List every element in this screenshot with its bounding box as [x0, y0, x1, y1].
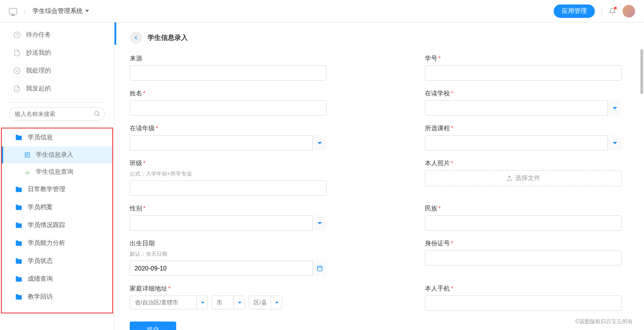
select-arrow-icon: [233, 296, 245, 309]
page-title: 学生信息录入: [148, 34, 188, 42]
sidebar-folder-status[interactable]: 学员状态: [2, 252, 112, 270]
sidebar-item-label: 我发起的: [26, 85, 51, 93]
select-arrow-icon[interactable]: [312, 215, 326, 231]
folder-label: 学员能力分析: [28, 239, 65, 247]
content: 学生信息录入 来源 学号* 姓名* 在读学校*: [116, 22, 644, 330]
folder-icon: [15, 240, 22, 247]
field-label: 姓名*: [130, 90, 326, 98]
sidebar-item-initiated[interactable]: 我发起的: [0, 80, 114, 98]
city-select[interactable]: [212, 296, 245, 309]
field-label: 学号*: [425, 55, 622, 63]
field-label: 在读年级*: [130, 124, 326, 133]
form-grid: 来源 学号* 姓名* 在读学校*: [130, 55, 622, 311]
sub-item-label: 学生信息录入: [36, 151, 73, 159]
header-left: › 学生综合管理系统: [9, 7, 89, 15]
folder-label: 学员状态: [28, 257, 53, 265]
id-number-input[interactable]: [425, 250, 622, 266]
folder-icon: [15, 186, 22, 193]
sidebar-folder-tracking[interactable]: 学员情况跟踪: [2, 216, 112, 234]
name-input[interactable]: [130, 100, 326, 116]
mobile-input[interactable]: [425, 296, 622, 311]
student-id-input[interactable]: [425, 65, 622, 81]
folder-icon: [15, 293, 22, 300]
app-header: › 学生综合管理系统 应用管理: [0, 0, 644, 22]
field-gender: 性别*: [130, 205, 326, 231]
scrollbar[interactable]: [640, 49, 643, 94]
calendar-icon[interactable]: [312, 261, 326, 276]
class-input[interactable]: [130, 180, 326, 196]
copyright-text: ©该图版权归百宝云所有: [575, 318, 633, 326]
folder-label: 学员信息: [28, 133, 53, 141]
app-management-button[interactable]: 应用管理: [554, 4, 595, 18]
folder-open-icon: [15, 134, 22, 141]
notification-dot: [614, 7, 617, 9]
select-arrow-icon[interactable]: [607, 135, 622, 150]
field-ethnicity: 民族*: [425, 205, 622, 231]
field-source: 来源: [130, 55, 326, 81]
field-label: 出生日期: [130, 240, 326, 248]
check-circle-icon: [13, 67, 21, 74]
dob-input[interactable]: [130, 261, 326, 276]
sidebar-folder-student-info[interactable]: 学员信息: [2, 129, 112, 146]
sidebar-search: [9, 107, 105, 121]
field-id-number: 身份证号*: [425, 240, 622, 276]
select-arrow-icon[interactable]: [312, 135, 326, 150]
grade-select[interactable]: [130, 135, 326, 150]
folder-icon: [15, 222, 22, 229]
folder-icon: [15, 257, 22, 265]
ethnicity-input[interactable]: [425, 215, 622, 231]
school-select[interactable]: [425, 100, 622, 116]
field-school: 在读学校*: [425, 90, 622, 116]
folder-label: 学员档案: [28, 203, 53, 211]
select-arrow-icon[interactable]: [607, 100, 622, 116]
sidebar-sub-student-query[interactable]: 学生信息查询: [2, 163, 112, 180]
sidebar-sub-student-entry[interactable]: 学生信息录入: [2, 146, 112, 163]
submit-button[interactable]: 提交: [130, 321, 176, 330]
nav-divider: [9, 102, 105, 103]
svg-point-3: [95, 111, 99, 115]
district-select[interactable]: [249, 296, 282, 309]
address-row: [130, 296, 326, 309]
upload-label: 选择文件: [515, 174, 540, 182]
field-dob: 出生日期 默认：当天日期: [130, 240, 326, 276]
caret-down-icon: [85, 10, 89, 12]
field-label: 性别*: [130, 205, 326, 213]
field-class: 班级* 公式：入学年份+所学专业: [130, 159, 326, 196]
svg-line-4: [98, 115, 100, 116]
search-input[interactable]: [9, 107, 105, 121]
bell-icon[interactable]: [609, 8, 616, 15]
folder-label: 学员情况跟踪: [28, 221, 65, 229]
clock-icon: [13, 31, 21, 39]
file-upload-button[interactable]: 选择文件: [425, 170, 622, 186]
sub-item-label: 学生信息查询: [36, 168, 73, 176]
sidebar-item-todo[interactable]: 待办任务: [0, 26, 114, 44]
folder-icon: [15, 204, 22, 211]
province-select[interactable]: [130, 296, 208, 309]
sidebar-folder-teaching[interactable]: 日常教学管理: [2, 180, 112, 198]
field-mobile: 本人手机*: [425, 285, 622, 311]
sidebar-folder-followup[interactable]: 教学回访: [2, 288, 112, 306]
content-header: 学生信息录入: [130, 31, 631, 44]
monitor-icon: [9, 8, 17, 14]
avatar[interactable]: [623, 5, 635, 17]
upload-icon: [506, 175, 513, 181]
gender-select[interactable]: [130, 215, 326, 231]
folder-icon: [15, 275, 22, 283]
search-icon: [93, 110, 101, 118]
sidebar-folder-archive[interactable]: 学员档案: [2, 198, 112, 216]
back-button[interactable]: [130, 31, 142, 44]
field-label: 民族*: [425, 205, 622, 213]
sidebar: 待办任务 抄送我的 我处理的 我发起的 学员信息: [0, 22, 114, 330]
system-title[interactable]: 学生综合管理系统: [33, 7, 89, 15]
sidebar-item-cc[interactable]: 抄送我的: [0, 44, 114, 62]
source-input[interactable]: [130, 65, 326, 81]
sidebar-folder-ability[interactable]: 学员能力分析: [2, 234, 112, 252]
select-arrow-icon: [271, 296, 282, 309]
send-icon: [13, 85, 21, 92]
sidebar-folder-grades[interactable]: 成绩查询: [2, 270, 112, 288]
sidebar-item-label: 待办任务: [26, 31, 51, 39]
field-name: 姓名*: [130, 90, 326, 116]
sidebar-item-processed[interactable]: 我处理的: [0, 62, 114, 80]
nav-highlight-box: 学员信息 学生信息录入 学生信息查询 日常教学管理 学员档案 学员情况跟踪: [1, 128, 113, 313]
course-select[interactable]: [425, 135, 622, 150]
